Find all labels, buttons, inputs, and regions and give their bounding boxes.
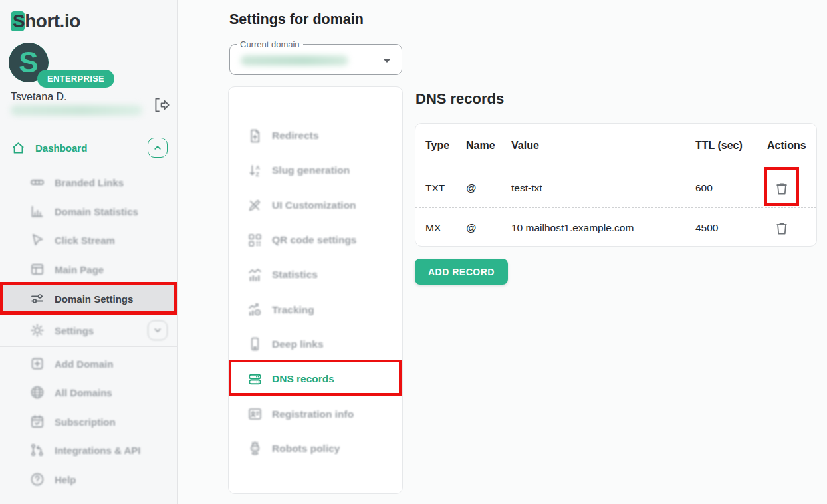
sidebar-item-label: Domain Statistics	[55, 207, 138, 217]
logout-icon[interactable]	[152, 96, 170, 114]
column-header-name: Name	[466, 140, 511, 152]
menu-item-label: Robots policy	[272, 443, 340, 455]
help-circle-icon	[29, 471, 45, 487]
trash-icon	[773, 179, 790, 197]
table-row: TXT @ test-txt 600	[415, 168, 816, 207]
home-icon	[11, 140, 26, 156]
cell-value: 10 mailhost1.example.com	[511, 222, 695, 234]
column-header-type: Type	[425, 140, 466, 152]
cell-name: @	[466, 222, 511, 234]
chevron-down-icon	[152, 324, 164, 336]
sidebar-item-label: Click Stream	[55, 235, 115, 245]
menu-item-tracking[interactable]: Tracking	[229, 292, 402, 326]
cell-ttl: 600	[695, 182, 767, 194]
plus-square-icon	[29, 356, 45, 372]
delete-record-button[interactable]	[767, 179, 796, 197]
menu-item-label: Tracking	[272, 304, 314, 316]
cursor-icon	[29, 232, 45, 248]
delete-record-button[interactable]	[767, 219, 796, 237]
pen-icon	[247, 197, 263, 213]
menu-item-label: Deep links	[272, 338, 324, 350]
plan-badge: ENTERPRISE	[37, 70, 114, 88]
layout-icon	[29, 261, 45, 277]
sidebar-item-label: Main Page	[55, 265, 104, 275]
link-icon	[29, 174, 45, 190]
menu-item-registration-info[interactable]: Registration info	[229, 396, 402, 431]
sidebar-item-label: Add Domain	[55, 359, 113, 369]
column-header-value: Value	[511, 140, 695, 152]
gear-icon	[29, 322, 45, 338]
expand-settings-button[interactable]	[148, 320, 168, 340]
sidebar-item-label: Help	[55, 475, 76, 485]
menu-item-dns-records[interactable]: DNS records	[229, 362, 402, 396]
menu-item-robots-policy[interactable]: Robots policy	[229, 432, 402, 466]
sort-az-icon: AZ	[247, 162, 263, 179]
globe-icon	[29, 384, 45, 400]
column-header-actions: Actions	[767, 140, 806, 152]
cell-type: TXT	[425, 182, 466, 194]
current-domain-label: Current domain	[237, 39, 303, 49]
svg-text:A: A	[256, 164, 261, 171]
table-header-row: Type Name Value TTL (sec) Actions	[415, 124, 816, 168]
id-card-icon	[247, 406, 263, 422]
dns-records-title: DNS records	[415, 90, 504, 108]
sidebar-item-main-page[interactable]: Main Page	[0, 255, 178, 284]
file-arrow-icon	[247, 128, 263, 144]
current-domain-select[interactable]: Current domain	[229, 39, 402, 75]
sidebar-item-label: Subscription	[55, 417, 116, 427]
menu-item-ui-customization[interactable]: UI Customization	[229, 188, 402, 223]
robot-icon	[247, 440, 263, 457]
cell-value: test-txt	[511, 182, 695, 194]
sidebar-item-help[interactable]: Help	[0, 465, 178, 494]
sidebar-item-label: All Domains	[55, 388, 112, 398]
sidebar-item-label: Domain Settings	[55, 294, 133, 304]
domain-settings-menu: Redirects AZ Slug generation UI Customiz…	[228, 86, 403, 494]
menu-item-label: DNS records	[272, 373, 334, 385]
sidebar-item-branded-links[interactable]: Branded Links	[0, 168, 178, 197]
menu-item-label: UI Customization	[272, 199, 356, 211]
trash-icon	[773, 219, 790, 237]
menu-item-deep-links[interactable]: Deep links	[229, 327, 402, 362]
column-header-ttl: TTL (sec)	[695, 140, 767, 152]
sidebar: Short.io S ENTERPRISE Tsvetana D. Dashbo…	[0, 0, 178, 504]
domain-value-redacted	[241, 55, 348, 66]
sliders-icon	[29, 291, 45, 307]
logo-text: Short.io	[11, 9, 80, 33]
shortio-logo[interactable]: Short.io	[11, 9, 80, 33]
sidebar-item-add-domain[interactable]: Add Domain	[0, 349, 178, 378]
calendar-check-icon	[29, 414, 45, 430]
chevron-down-icon	[383, 59, 391, 63]
sidebar-item-click-stream[interactable]: Click Stream	[0, 225, 178, 255]
sidebar-divider	[0, 132, 178, 132]
sidebar-item-label: Branded Links	[55, 178, 124, 188]
menu-item-slug-generation[interactable]: AZ Slug generation	[229, 153, 402, 188]
svg-text:S: S	[19, 46, 38, 78]
chart-arrow-icon	[247, 301, 263, 318]
dns-records-table: Type Name Value TTL (sec) Actions TXT @ …	[415, 123, 817, 247]
collapse-dashboard-button[interactable]	[148, 138, 168, 158]
sidebar-item-label: Dashboard	[35, 143, 87, 153]
phone-icon	[247, 336, 263, 352]
page-title: Settings for domain	[229, 11, 364, 28]
sidebar-item-all-domains[interactable]: All Domains	[0, 378, 178, 407]
chart-icon	[247, 267, 263, 283]
menu-item-label: Slug generation	[272, 164, 350, 176]
user-name: Tsvetana D.	[11, 91, 66, 103]
menu-item-qr-code-settings[interactable]: QR code settings	[229, 223, 402, 257]
menu-item-label: QR code settings	[272, 234, 356, 246]
menu-item-redirects[interactable]: Redirects	[229, 118, 402, 153]
menu-item-label: Redirects	[272, 130, 319, 142]
chevron-up-icon	[152, 142, 164, 154]
sidebar-divider	[0, 346, 178, 347]
sidebar-item-label: Settings	[55, 326, 94, 336]
sidebar-item-subscription[interactable]: Subscription	[0, 407, 178, 436]
cell-name: @	[466, 182, 511, 194]
sidebar-item-domain-statistics[interactable]: Domain Statistics	[0, 197, 178, 226]
sidebar-item-integrations-api[interactable]: Integrations & API	[0, 436, 178, 465]
git-branch-icon	[29, 442, 45, 458]
menu-item-statistics[interactable]: Statistics	[229, 257, 402, 292]
sidebar-item-domain-settings[interactable]: Domain Settings	[0, 284, 178, 313]
user-email-redacted	[11, 105, 142, 116]
add-record-button[interactable]: ADD RECORD	[415, 259, 508, 285]
table-row: MX @ 10 mailhost1.example.com 4500	[415, 207, 816, 247]
